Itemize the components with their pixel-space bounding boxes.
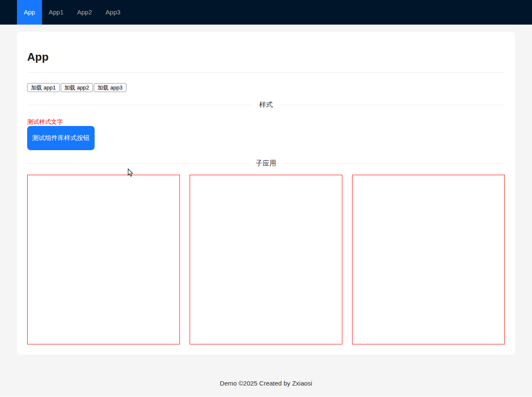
subapp-container-row [27,175,505,344]
subapp-container-3 [352,175,505,344]
load-app1-button[interactable]: 加载 app1 [27,83,60,92]
subapp-container-2 [190,175,342,344]
style-test-text: 测试样式文字 [27,118,505,126]
style-section-divider: 样式 [27,100,505,110]
main-card: App 加载 app1 加载 app2 加载 app3 样式 测试样式文字 测试… [17,32,515,355]
page-title: App [27,51,505,63]
footer-text: Demo ©2025 Created by Zxiaosi [220,380,312,387]
component-style-test-button[interactable]: 测试组件库样式按钮 [27,126,95,150]
loader-button-row: 加载 app1 加载 app2 加载 app3 [27,83,505,92]
nav-item-app[interactable]: App [17,0,42,25]
top-nav: App App1 App2 App3 [0,0,532,25]
page-footer: Demo ©2025 Created by Zxiaosi [0,361,532,397]
subapp-section-divider: 子应用 [27,158,505,168]
load-app2-button[interactable]: 加载 app2 [61,83,93,92]
load-app3-button[interactable]: 加载 app3 [94,83,126,92]
nav-item-app2[interactable]: App2 [70,0,99,25]
title-divider [27,72,505,73]
app-viewport: App App1 App2 App3 App 加载 app1 加载 app2 加… [0,0,532,397]
style-section-divider-label: 样式 [252,101,280,109]
subapp-container-1 [27,175,180,344]
subapp-section-divider-label: 子应用 [249,159,283,168]
nav-item-app3[interactable]: App3 [99,0,127,25]
page-background: App App1 App2 App3 App 加载 app1 加载 app2 加… [0,0,532,397]
nav-item-app1[interactable]: App1 [42,0,70,25]
